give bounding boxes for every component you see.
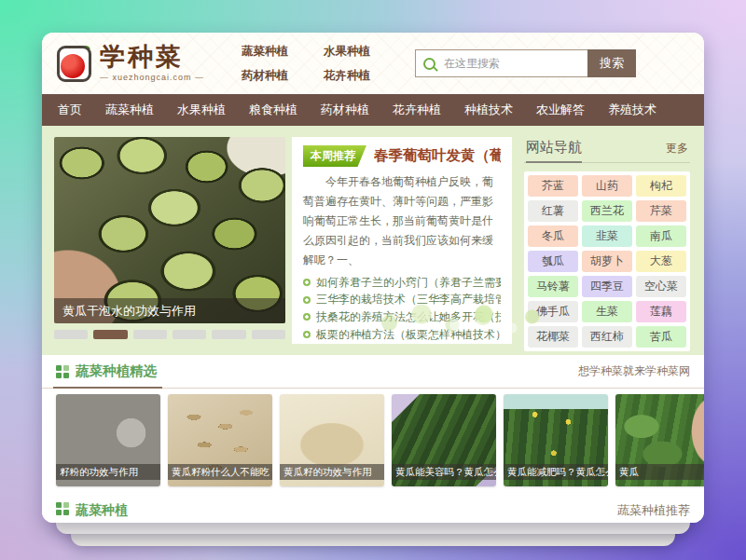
thumb-cucumber-partial[interactable]: 黄瓜 <box>615 394 704 486</box>
tag-malingshu[interactable]: 马铃薯 <box>528 276 578 297</box>
carousel-dot-4[interactable] <box>173 330 206 339</box>
thumb-cucumber-weight-loss[interactable]: 黄瓜能减肥吗？黄瓜怎么吃 <box>504 394 608 486</box>
tag-huayecai[interactable]: 花椰菜 <box>528 326 578 348</box>
list-item[interactable]: 扶桑花的养殖方法怎么让她多开花（扶桑花花期怎么 <box>303 308 501 326</box>
list-item[interactable]: 板栗的种植方法（板栗怎样种植技术） <box>303 326 501 344</box>
featured-article-title[interactable]: 春季葡萄叶发黄（葡萄成熟期 <box>374 146 501 166</box>
thumb-cucumber-seed-benefits[interactable]: 黄瓜籽的功效与作用 <box>280 394 384 486</box>
tag-xilanhua[interactable]: 西兰花 <box>582 200 632 222</box>
carousel-caption[interactable]: 黄瓜干泡水的功效与作用 <box>54 298 285 323</box>
tag-gouqi[interactable]: 枸杞 <box>636 175 686 197</box>
carousel: 黄瓜干泡水的功效与作用 <box>54 137 285 344</box>
tag-nangua[interactable]: 南瓜 <box>636 225 686 247</box>
carousel-pagination <box>54 330 285 339</box>
carousel-dot-5[interactable] <box>212 330 245 339</box>
nav-item-vegetable[interactable]: 蔬菜种植 <box>105 102 154 118</box>
site-nav-sidebar: 网站导航 更多 芥蓝 山药 枸杞 红薯 西兰花 芹菜 冬瓜 韭菜 南瓜 瓠瓜 胡… <box>518 137 692 344</box>
tag-jielan[interactable]: 芥蓝 <box>528 175 578 197</box>
tag-hugua[interactable]: 瓠瓜 <box>528 251 578 272</box>
site-header: 学种菜 — xuezhongcai.com — 蔬菜种植 水果种植 药材种植 花… <box>42 33 704 94</box>
sidebar-more-link[interactable]: 更多 <box>666 141 688 162</box>
thumb-seed-powder-who-cannot-eat[interactable]: 黄瓜籽粉什么人不能吃？黄 <box>168 394 272 486</box>
tag-sijidou[interactable]: 四季豆 <box>582 276 632 297</box>
quick-link-fruit[interactable]: 水果种植 <box>324 44 370 60</box>
search-input[interactable] <box>442 56 580 71</box>
flower-bullet-icon <box>303 331 311 338</box>
article-link[interactable]: 板栗的种植方法（板栗怎样种植技术） <box>316 327 501 343</box>
list-item[interactable]: 三华李的栽培技术（三华李高产栽培管理技术） <box>303 292 501 309</box>
quick-link-vegetable[interactable]: 蔬菜种植 <box>242 44 288 60</box>
content-area: 黄瓜干泡水的功效与作用 本周推荐 春季葡萄叶发黄（葡萄成熟期 今年开春各地葡萄种… <box>42 126 704 355</box>
tag-dacong[interactable]: 大葱 <box>636 251 686 272</box>
flower-bullet-icon <box>303 279 311 286</box>
page-background: 学种菜 — xuezhongcai.com — 蔬菜种植 水果种植 药材种植 花… <box>0 0 746 560</box>
apple-logo-icon <box>57 44 91 83</box>
quick-link-flower[interactable]: 花卉种植 <box>324 68 370 84</box>
flower-bullet-icon <box>303 313 311 321</box>
weekly-pick-badge: 本周推荐 <box>303 145 366 167</box>
picks-thumbnail-row: 籽粉的功效与作用 黄瓜籽粉什么人不能吃？黄 黄瓜籽的功效与作用 黄瓜能美容吗？黄… <box>42 389 704 493</box>
nav-item-fruit[interactable]: 水果种植 <box>177 102 226 118</box>
apple-icon <box>61 54 85 78</box>
vegetable-tag-grid: 芥蓝 山药 枸杞 红薯 西兰花 芹菜 冬瓜 韭菜 南瓜 瓠瓜 胡萝卜 大葱 马铃… <box>524 171 690 351</box>
picks-section-slogan: 想学种菜就来学种菜网 <box>578 363 690 379</box>
tag-huluobo[interactable]: 胡萝卜 <box>582 251 632 272</box>
list-item[interactable]: 如何养君子兰的小窍门（养君子兰需要注意什么） <box>303 274 501 292</box>
tag-qincai[interactable]: 芹菜 <box>636 200 686 222</box>
tag-shengcai[interactable]: 生菜 <box>582 301 632 322</box>
picks-section-title: 蔬菜种植精选 <box>76 362 157 389</box>
nav-item-home[interactable]: 首页 <box>58 102 82 118</box>
article-link-list: 如何养君子兰的小窍门（养君子兰需要注意什么） 三华李的栽培技术（三华李高产栽培管… <box>303 274 501 344</box>
tag-jiucai[interactable]: 韭菜 <box>582 225 632 247</box>
list-item[interactable]: 百香果生长快吗（百香果挂果率低是什么原因） <box>303 343 501 344</box>
picks-section-header: 蔬菜种植精选 想学种菜就来学种菜网 <box>42 355 704 389</box>
grid-icon <box>56 365 69 378</box>
search-box <box>415 49 587 77</box>
thumb-cucumber-seed-powder[interactable]: 籽粉的功效与作用 <box>56 394 160 486</box>
tag-xihongshi[interactable]: 西红柿 <box>582 326 632 348</box>
search-button[interactable]: 搜索 <box>587 49 636 77</box>
thumb-caption: 黄瓜能美容吗？黄瓜怎么用 <box>392 464 496 480</box>
site-title-block: 学种菜 — xuezhongcai.com — <box>100 45 204 82</box>
article-link[interactable]: 扶桑花的养殖方法怎么让她多开花（扶桑花花期怎么 <box>316 309 501 325</box>
tag-kugua[interactable]: 苦瓜 <box>636 326 686 348</box>
thumb-caption: 黄瓜籽粉什么人不能吃？黄 <box>168 464 272 480</box>
grid-icon <box>56 502 69 515</box>
main-navbar: 首页 蔬菜种植 水果种植 粮食种植 药材种植 花卉种植 种植技术 农业解答 养殖… <box>42 94 704 126</box>
header-quick-links: 蔬菜种植 水果种植 药材种植 花卉种植 <box>242 44 370 84</box>
nav-item-technique[interactable]: 种植技术 <box>464 102 513 118</box>
article-link[interactable]: 如何养君子兰的小窍门（养君子兰需要注意什么） <box>316 275 501 291</box>
quick-link-herb[interactable]: 药材种植 <box>242 68 288 84</box>
nav-item-herb[interactable]: 药材种植 <box>321 102 369 118</box>
tag-lianou[interactable]: 莲藕 <box>636 301 686 322</box>
tag-foshougua[interactable]: 佛手瓜 <box>528 301 578 322</box>
carousel-dot-3[interactable] <box>133 330 167 339</box>
thumb-caption: 黄瓜 <box>615 464 704 480</box>
nav-item-breeding[interactable]: 养殖技术 <box>608 102 656 118</box>
flower-bullet-icon <box>303 296 311 304</box>
main-site-card: 学种菜 — xuezhongcai.com — 蔬菜种植 水果种植 药材种植 花… <box>42 33 704 523</box>
thumb-cucumber-beauty[interactable]: 黄瓜能美容吗？黄瓜怎么用 <box>392 394 496 486</box>
tag-hongshu[interactable]: 红薯 <box>528 200 578 222</box>
search-icon <box>423 58 435 70</box>
site-name: 学种菜 <box>100 45 204 70</box>
bottom-section-title: 蔬菜种植 <box>76 502 128 519</box>
tag-shanyao[interactable]: 山药 <box>582 175 632 197</box>
site-logo[interactable]: 学种菜 — xuezhongcai.com — <box>57 44 204 83</box>
site-domain: — xuezhongcai.com — <box>100 74 204 82</box>
tag-donggua[interactable]: 冬瓜 <box>528 225 578 247</box>
carousel-dot-1[interactable] <box>54 330 88 339</box>
sidebar-header: 网站导航 更多 <box>524 139 690 163</box>
nav-item-grain[interactable]: 粮食种植 <box>249 102 297 118</box>
nav-item-flower[interactable]: 花卉种植 <box>393 102 441 118</box>
bottom-section-recommend: 蔬菜种植推荐 <box>617 502 690 519</box>
carousel-dot-2-active[interactable] <box>93 330 127 339</box>
tag-kongxincai[interactable]: 空心菜 <box>636 276 686 297</box>
carousel-dot-6[interactable] <box>252 330 285 339</box>
sidebar-title: 网站导航 <box>526 139 582 163</box>
article-link[interactable]: 三华李的栽培技术（三华李高产栽培管理技术） <box>316 292 501 307</box>
thumb-caption: 黄瓜籽的功效与作用 <box>280 464 384 480</box>
nav-item-qa[interactable]: 农业解答 <box>536 102 585 118</box>
featured-article-excerpt: 今年开春各地葡萄种植户反映，葡萄普遍存在黄叶、薄叶等问题，严重影响葡萄正常生长，… <box>303 172 501 270</box>
carousel-image-dried-cucumber[interactable]: 黄瓜干泡水的功效与作用 <box>54 137 285 323</box>
